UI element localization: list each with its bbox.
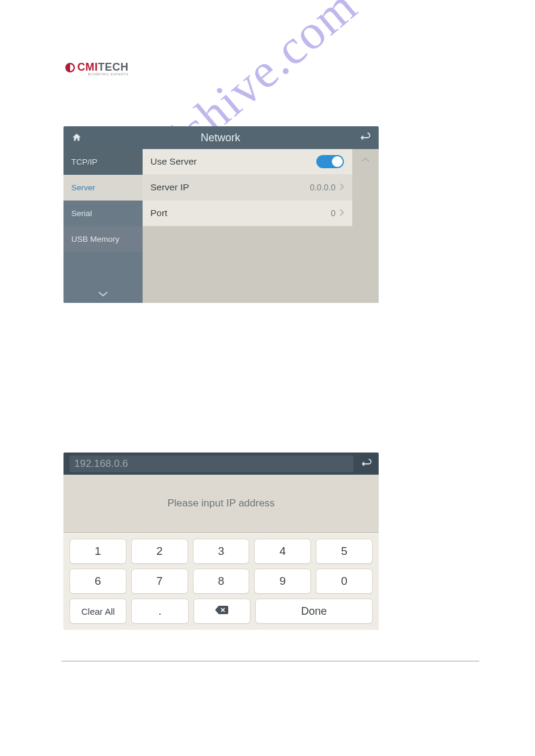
row-use-server[interactable]: Use Server [143,149,352,175]
row-value: 0 [331,208,335,218]
key-5[interactable]: 5 [316,539,373,564]
input-prompt: Please input IP address [64,475,379,533]
row-server-ip[interactable]: Server IP 0.0.0.0 [143,175,352,201]
settings-main: Use Server Server IP 0.0.0.0 Port 0 [143,149,379,303]
key-clear-all[interactable]: Clear All [69,599,126,624]
key-dot[interactable]: . [131,599,188,624]
key-label: 1 [95,545,101,558]
key-label: 3 [218,545,225,558]
row-value: 0.0.0.0 [310,183,335,192]
key-done[interactable]: Done [255,599,373,624]
settings-sidebar: TCP/IP Server Serial USB Memory [64,149,143,303]
sidebar-item-label: Server [71,183,95,192]
ip-input-bar: 192.168.0.6 [64,453,379,475]
key-label: 5 [341,545,347,558]
sidebar-item-tcpip[interactable]: TCP/IP [64,149,143,175]
row-port[interactable]: Port 0 [143,201,352,226]
horizontal-rule [62,661,479,661]
screen-title: Network [83,132,358,144]
brand-logo: CMITECH BIOMETRIC EXPERTS [65,61,129,76]
key-label: 6 [95,575,101,588]
key-3[interactable]: 3 [193,539,250,564]
home-icon[interactable] [71,132,83,143]
key-label: . [158,605,161,618]
backspace-icon [214,605,229,618]
key-label: 4 [280,545,286,558]
sidebar-item-label: Serial [71,209,92,218]
key-label: 9 [280,575,286,588]
content-scroll-column [352,149,379,303]
back-icon[interactable] [358,132,371,143]
key-label: 8 [218,575,225,588]
sidebar-item-usb-memory[interactable]: USB Memory [64,226,143,252]
sidebar-item-label: TCP/IP [71,157,98,166]
key-2[interactable]: 2 [131,539,188,564]
key-0[interactable]: 0 [316,569,373,594]
sidebar-item-serial[interactable]: Serial [64,201,143,226]
key-9[interactable]: 9 [254,569,311,594]
key-label: 0 [341,575,347,588]
ip-input-screen: 192.168.0.6 Please input IP address 1 2 … [64,453,379,630]
title-bar: Network [64,126,379,149]
key-1[interactable]: 1 [69,539,126,564]
toggle-use-server[interactable] [316,155,344,168]
sidebar-item-server[interactable]: Server [64,175,143,201]
key-6[interactable]: 6 [69,569,126,594]
key-8[interactable]: 8 [193,569,250,594]
row-label: Use Server [150,156,316,167]
key-label: 2 [156,545,163,558]
prompt-text: Please input IP address [167,497,274,509]
chevron-right-icon [339,182,344,193]
numeric-keypad: 1 2 3 4 5 6 7 8 9 0 Clear All . Done [64,533,379,630]
key-label: Done [301,605,327,618]
key-4[interactable]: 4 [254,539,311,564]
ip-input-value: 192.168.0.6 [74,458,128,470]
logo-icon [65,62,75,75]
sidebar-item-label: USB Memory [71,235,119,244]
chevron-right-icon [339,208,344,218]
back-icon[interactable] [359,459,373,469]
key-7[interactable]: 7 [131,569,188,594]
key-label: 7 [156,575,163,588]
logo-text: CMITECH BIOMETRIC EXPERTS [77,61,129,76]
sidebar-scroll-down-icon[interactable] [64,285,143,303]
row-label: Server IP [150,182,310,193]
ip-input-field[interactable]: 192.168.0.6 [69,456,353,472]
key-backspace[interactable] [194,599,250,624]
key-label: Clear All [81,606,115,617]
network-settings-screen: Network TCP/IP Server Serial USB Memory … [64,126,379,303]
scroll-up-icon[interactable] [361,155,370,166]
row-label: Port [150,208,331,218]
